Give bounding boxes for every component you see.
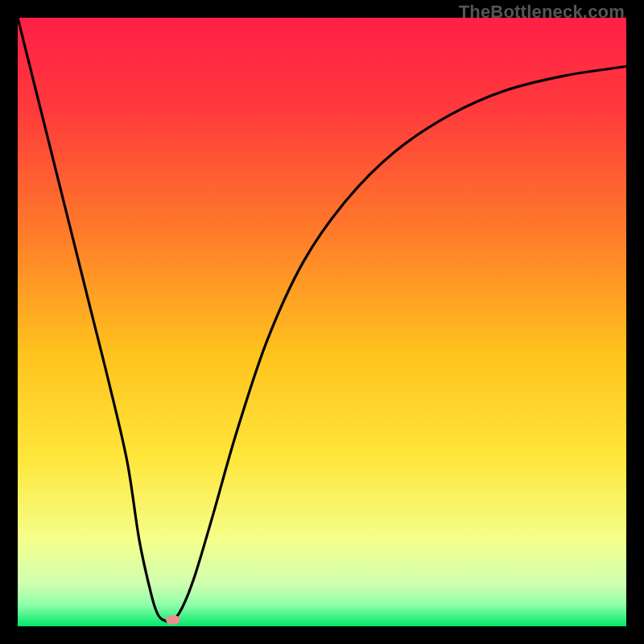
bottleneck-chart (18, 18, 626, 626)
gradient-background (18, 18, 626, 626)
chart-frame (18, 18, 626, 626)
watermark-text: TheBottleneck.com (459, 2, 625, 23)
optimum-marker (166, 615, 180, 625)
